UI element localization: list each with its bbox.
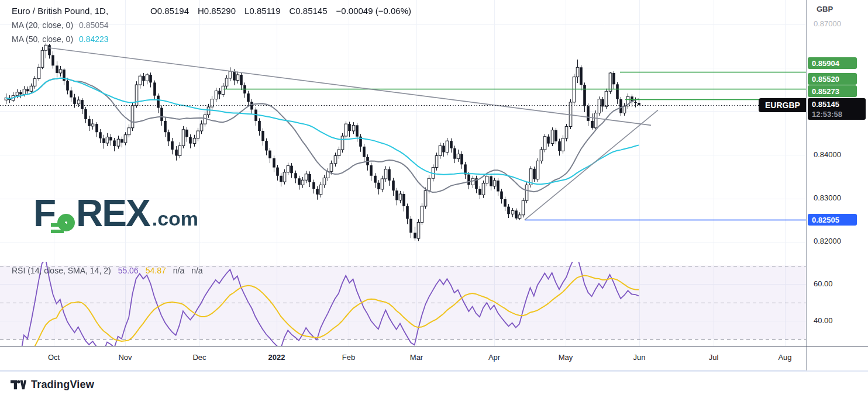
ma50-value: 0.84223	[79, 34, 109, 44]
time-axis-border	[0, 346, 868, 347]
price-axis-label: 0.82000	[814, 237, 841, 245]
time-axis-label: Apr	[488, 353, 500, 362]
time-axis-label: Nov	[118, 353, 132, 362]
price-axis-border	[806, 0, 807, 370]
rsi-na-value-1: n/a	[173, 266, 184, 275]
tradingview-logo-icon	[11, 379, 26, 390]
watermark-text-rex: REX	[76, 195, 150, 232]
rsi-na-value-2: n/a	[191, 266, 202, 275]
time-axis-label: Oct	[48, 353, 60, 362]
price-level-badge: 0.85273	[808, 85, 857, 97]
open-value: O0.85194	[150, 6, 189, 16]
tradingview-brand-text: TradingView	[31, 379, 94, 391]
tradingview-chart-window: FREX.com Euro / British Pound, 1D, O0.85…	[0, 0, 868, 402]
time-axis-label: Feb	[342, 353, 355, 362]
time-axis-label: Jul	[709, 353, 719, 362]
price-axis-label: 0.87000	[814, 19, 841, 28]
forex-com-watermark: FREX.com	[33, 195, 198, 232]
time-axis-label: Dec	[192, 353, 206, 362]
tradingview-attribution[interactable]: TradingView	[11, 379, 94, 391]
ma50-label: MA (50, close, 0)	[12, 34, 73, 44]
countdown-timer: 12:53:58	[812, 109, 842, 119]
ohlc-values: O0.85194 H0.85290 L0.85119 C0.85145 −0.0…	[150, 6, 411, 16]
ma50-legend[interactable]: MA (50, close, 0) 0.84223	[12, 34, 411, 44]
rsi-legend[interactable]: RSI (14, close, SMA, 14, 2) 55.06 54.87 …	[12, 266, 203, 275]
price-axis-label: 0.84000	[814, 150, 841, 159]
change-value: −0.00049 (−0.06%)	[336, 6, 411, 16]
price-axis-label: 60.00	[814, 279, 833, 288]
high-value: H0.85290	[198, 6, 236, 16]
time-axis-label: Mar	[410, 353, 423, 362]
chart-bottom-edge	[0, 370, 868, 372]
candlestick-chart-canvas[interactable]	[0, 0, 806, 346]
time-axis-label: May	[559, 353, 573, 362]
low-value: L0.85119	[244, 6, 280, 16]
symbol-flag-label: EURGBP	[765, 100, 800, 110]
axis-currency-label: GBP	[817, 5, 833, 13]
rsi-ma-value: 54.87	[146, 266, 166, 275]
ma20-label: MA (20, close, 0)	[12, 20, 73, 30]
time-axis-label: Jun	[633, 353, 646, 362]
price-level-badge: 0.85520	[808, 73, 857, 85]
rsi-label: RSI (14, close, SMA, 14, 2)	[12, 266, 111, 275]
last-price-badge: 0.8514512:53:58	[808, 98, 866, 120]
last-price-value: 0.85145	[812, 99, 839, 109]
time-axis-label: Aug	[778, 353, 791, 362]
chart-legend: Euro / British Pound, 1D, O0.85194 H0.85…	[12, 6, 411, 44]
price-axis-label: 0.83000	[814, 193, 841, 202]
price-level-badge: 0.85904	[808, 57, 857, 69]
price-axis-label: 40.00	[814, 316, 833, 325]
forex-o-logo-icon	[57, 214, 75, 231]
time-axis[interactable]: OctNovDec2022FebMarAprMayJunJulAug	[0, 347, 806, 370]
ma20-value: 0.85054	[79, 20, 109, 30]
price-axis[interactable]: GBP 0.870000.840000.830000.8200060.0040.…	[806, 0, 868, 370]
symbol-title[interactable]: Euro / British Pound, 1D,	[12, 6, 108, 16]
time-axis-label: 2022	[268, 353, 285, 362]
rsi-value: 55.06	[118, 266, 139, 275]
ma20-legend[interactable]: MA (20, close, 0) 0.85054	[12, 20, 411, 30]
symbol-price-flag: EURGBP	[759, 98, 807, 112]
watermark-text-com: .com	[152, 207, 198, 232]
price-level-badge: 0.82505	[808, 214, 857, 226]
close-value: C0.85145	[290, 6, 328, 16]
